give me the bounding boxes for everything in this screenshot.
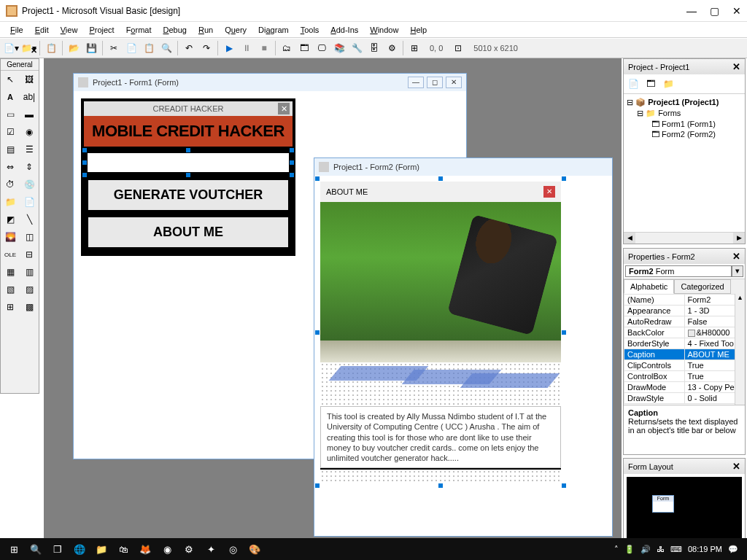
menu-run[interactable]: Run: [193, 24, 219, 36]
app2-icon[interactable]: ◎: [222, 538, 244, 560]
custom2-tool[interactable]: ▦: [1, 263, 20, 281]
notifications-icon[interactable]: 💬: [728, 545, 738, 554]
battery-icon[interactable]: 🔋: [624, 545, 635, 554]
aboutme-button[interactable]: ABOUT ME: [87, 216, 290, 249]
menu-help[interactable]: Help: [404, 24, 433, 36]
about-text-label[interactable]: This tool is created by Ally Mussa Ndimb…: [320, 406, 561, 468]
design-dot-area[interactable]: [320, 362, 561, 406]
formlayout-panel-close-icon[interactable]: ✕: [732, 461, 740, 472]
paste-button[interactable]: 📋: [141, 40, 157, 56]
hscrollbar-tool[interactable]: ⇔: [1, 158, 20, 176]
menu-edit[interactable]: Edit: [29, 24, 55, 36]
form2-design-surface[interactable]: ABOUT ME ✕ This tool is created by Ally …: [320, 182, 561, 483]
prop-row-drawmode[interactable]: DrawMode13 - Copy Pe: [624, 382, 745, 393]
menu-format[interactable]: Format: [120, 24, 158, 36]
network-icon[interactable]: 🖧: [657, 545, 665, 553]
clock[interactable]: 08:19 PM: [688, 545, 722, 553]
objectbrowser-button[interactable]: 📚: [331, 40, 347, 56]
menu-view[interactable]: View: [55, 24, 84, 36]
banner-label[interactable]: MOBILE CREDIT HACKER: [84, 116, 293, 147]
dirlistbox-tool[interactable]: 📁: [1, 193, 20, 211]
menu-file[interactable]: File: [4, 24, 29, 36]
end-button[interactable]: ■: [256, 40, 272, 56]
custom6-tool[interactable]: ⊞: [1, 298, 20, 316]
settings-icon[interactable]: ⚙: [178, 538, 200, 560]
generate-button[interactable]: GENERATE VOUTCHER: [87, 179, 290, 211]
view-code-button[interactable]: 📄: [625, 76, 641, 92]
optionbutton-tool[interactable]: ◉: [20, 123, 39, 141]
prop-row-backcolor[interactable]: BackColor&H80000: [624, 327, 745, 338]
menueditor-button[interactable]: 📋: [43, 40, 59, 56]
search-button[interactable]: 🔍: [25, 538, 47, 560]
form2-window-titlebar[interactable]: Project1 - Form2 (Form): [314, 158, 612, 176]
form1-design-surface[interactable]: CREADIT HACKER ✕ MOBILE CREDIT HACKER GE…: [81, 98, 295, 256]
custom5-tool[interactable]: ▨: [20, 281, 39, 298]
object-selector[interactable]: Form2 Form: [625, 265, 732, 277]
view-object-button[interactable]: 🗔: [643, 76, 659, 92]
close-button[interactable]: ✕: [732, 5, 741, 17]
line-tool[interactable]: ╲: [20, 211, 39, 228]
dataview-button[interactable]: 🗄: [366, 40, 382, 56]
form1-window-titlebar[interactable]: Project1 - Form1 (Form) — ◻ ✕: [74, 74, 466, 91]
filelistbox-tool[interactable]: 📄: [20, 193, 39, 211]
textbox-tool[interactable]: ab|: [20, 88, 39, 106]
undo-button[interactable]: ↶: [181, 40, 197, 56]
start-menu-button[interactable]: ⊞: [3, 538, 25, 560]
project-panel-close-icon[interactable]: ✕: [732, 61, 740, 72]
tab-categorized[interactable]: Categorized: [674, 279, 730, 294]
combobox-tool[interactable]: ▤: [1, 141, 20, 158]
frame-tool[interactable]: ▭: [1, 106, 20, 123]
prop-row-caption[interactable]: CaptionABOUT ME: [624, 349, 745, 360]
explorer-icon[interactable]: 📁: [90, 538, 112, 560]
prop-row-drawstyle[interactable]: DrawStyle0 - Solid: [624, 393, 745, 404]
form-layout-preview[interactable]: Form: [652, 495, 674, 513]
properties-panel-close-icon[interactable]: ✕: [732, 251, 740, 262]
menu-diagram[interactable]: Diagram: [252, 24, 295, 36]
tab-alphabetic[interactable]: Alphabetic: [624, 279, 674, 294]
timer-tool[interactable]: ⏱: [1, 176, 20, 193]
app3-icon[interactable]: 🎨: [244, 538, 266, 560]
form2-designer-window[interactable]: Project1 - Form2 (Form) ABOUT ME ✕ This …: [314, 158, 613, 537]
menu-project[interactable]: Project: [83, 24, 120, 36]
prop-row-borderstyle[interactable]: BorderStyle4 - Fixed Too: [624, 338, 745, 349]
form1-inner-close-icon[interactable]: ✕: [278, 103, 290, 114]
form2-inner-close-icon[interactable]: ✕: [543, 186, 555, 198]
checkbox-tool[interactable]: ☑: [1, 123, 20, 141]
maximize-button[interactable]: ▢: [710, 5, 719, 17]
prop-row-name[interactable]: (Name)Form2: [624, 295, 745, 306]
custom-tool[interactable]: ⊟: [20, 246, 39, 263]
form1-max-button[interactable]: ◻: [427, 77, 443, 88]
object-selector-dropdown-icon[interactable]: ▾: [732, 265, 743, 277]
vscrollbar-tool[interactable]: ⇕: [20, 158, 39, 176]
redo-button[interactable]: ↷: [198, 40, 214, 56]
menu-window[interactable]: Window: [364, 24, 404, 36]
menu-query[interactable]: Query: [219, 24, 252, 36]
chrome-icon[interactable]: ◉: [156, 538, 178, 560]
custom3-tool[interactable]: ▥: [20, 263, 39, 281]
form-layout-screen[interactable]: Form: [627, 477, 742, 542]
ole-tool[interactable]: OLE: [1, 246, 20, 263]
custom7-tool[interactable]: ▩: [20, 298, 39, 316]
keyboard-icon[interactable]: ⌨: [670, 545, 682, 554]
prop-row-autoredraw[interactable]: AutoRedrawFalse: [624, 316, 745, 327]
properties-grid[interactable]: (Name)Form2Appearance1 - 3DAutoRedrawFal…: [624, 294, 745, 405]
firefox-icon[interactable]: 🦊: [134, 538, 156, 560]
prop-row-clipcontrols[interactable]: ClipControlsTrue: [624, 360, 745, 371]
prop-row-appearance[interactable]: Appearance1 - 3D: [624, 306, 745, 316]
tray-expand-icon[interactable]: ˄: [614, 545, 619, 554]
store-icon[interactable]: 🛍: [112, 538, 134, 560]
data-tool[interactable]: ◫: [20, 228, 39, 246]
project-scroll-h[interactable]: ◀▶: [624, 232, 745, 244]
picturebox-tool[interactable]: 🖼: [20, 71, 39, 88]
app1-icon[interactable]: ✦: [200, 538, 222, 560]
pointer-tool[interactable]: ↖: [1, 71, 20, 88]
break-button[interactable]: ⏸: [239, 40, 255, 56]
addform-button[interactable]: 📄▾: [3, 40, 19, 56]
cut-button[interactable]: ✂: [106, 40, 122, 56]
properties-scroll-v[interactable]: ▲: [735, 294, 745, 405]
custom4-tool[interactable]: ▧: [1, 281, 20, 298]
properties-button[interactable]: 🗔: [296, 40, 312, 56]
tree-form2-node[interactable]: Form2 (Form2): [662, 130, 716, 139]
find-button[interactable]: 🔍: [158, 40, 174, 56]
projectexplorer-button[interactable]: 🗂: [279, 40, 295, 56]
